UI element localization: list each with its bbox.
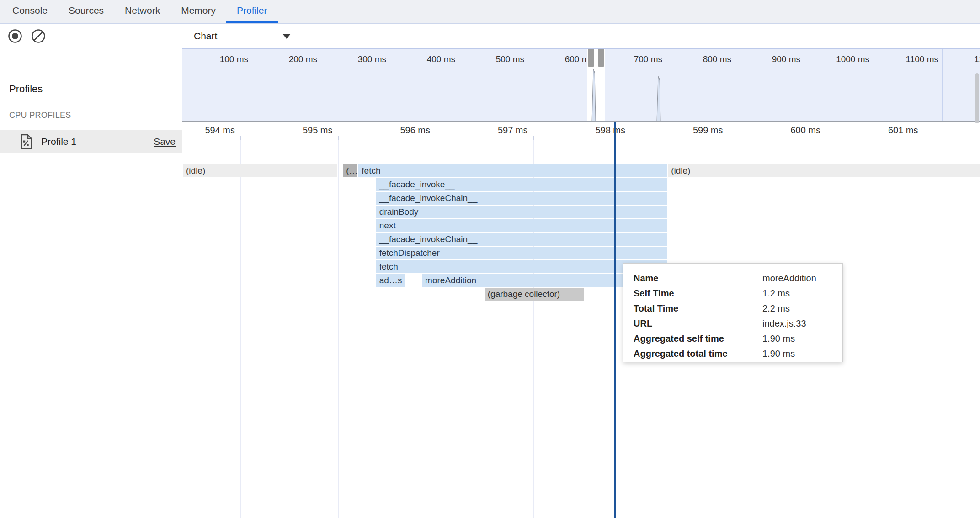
profiler-main-panel: Chart 100 ms200 ms300 ms400 ms500 ms600 … [182,24,980,518]
flame-tick-label: 598 ms [566,125,625,136]
cpu-activity-spikes [182,49,980,122]
flame-tick-mark [533,136,534,140]
tooltip-row: NamemoreAddition [634,271,832,286]
flame-tick-label: 595 ms [273,125,333,136]
tab-sources[interactable]: Sources [58,0,114,23]
main-toolbar: Chart [182,24,980,48]
flame-tick-label: 600 ms [761,125,820,136]
flame-block--idle-[interactable]: (idle) [183,164,337,177]
devtools-tabbar: ConsoleSourcesNetworkMemoryProfiler [0,0,980,24]
recording-overview[interactable]: 100 ms200 ms300 ms400 ms500 ms600 ms700 … [182,48,980,122]
flame-tick-label: 596 ms [371,125,430,136]
flame-tick-mark [924,136,924,140]
flame-block--facade-invoke-[interactable]: __facade_invoke__ [376,178,667,191]
flame-tick-label: 594 ms [182,125,235,136]
record-button[interactable] [6,27,24,45]
frame-details-tooltip: NamemoreAdditionSelf Time1.2 msTotal Tim… [623,263,843,362]
flame-tick-mark [240,136,241,140]
tooltip-row: Aggregated self time1.90 ms [634,331,832,346]
profile-name: Profile 1 [41,136,154,147]
flame-block-fetchdispatcher[interactable]: fetchDispatcher [376,247,667,259]
tooltip-row-label: Name [634,273,762,284]
tooltip-row: Self Time1.2 ms [634,286,832,301]
tab-console[interactable]: Console [2,0,58,23]
flame-block-ad-s[interactable]: ad…s [376,274,405,287]
flame-tick-label: 599 ms [664,125,723,136]
save-profile-link[interactable]: Save [154,136,176,147]
flame-tick-mark [631,136,631,140]
tooltip-row-label: Self Time [634,288,762,299]
tooltip-row-label: URL [634,318,762,329]
view-mode-value: Chart [194,31,217,42]
flame-block-fetch[interactable]: fetch [358,164,667,177]
tooltip-row-value: 1.90 ms [762,333,795,344]
selection-handle-right[interactable] [598,49,604,67]
profile-document-icon [20,134,33,149]
tooltip-row: Aggregated total time1.90 ms [634,346,832,361]
flame-gridline [338,140,339,518]
flame-block-moreaddition[interactable]: moreAddition [422,274,630,287]
playhead-marker-line [614,122,616,518]
tooltip-row-value: 2.2 ms [762,303,790,314]
flame-gridline [240,140,241,518]
tooltip-row: URLindex.js:33 [634,316,832,331]
sidebar-toolbar [0,25,182,48]
profiler-sidebar: Profiles CPU PROFILES Profile 1 Save [0,24,182,518]
selection-handle-left[interactable] [588,49,594,67]
flame-chart: (idle)(…fetch(idle)__facade_invoke____fa… [182,140,980,518]
tooltip-row-value: index.js:33 [762,318,806,329]
flame-block--facade-invokechain-[interactable]: __facade_invokeChain__ [376,192,667,205]
flame-tick-mark [826,136,826,140]
flame-block-drainbody[interactable]: drainBody [376,206,667,218]
chevron-down-icon [282,34,291,39]
flame-tick-mark [338,136,339,140]
vertical-scrollbar-thumb[interactable] [975,73,979,123]
sidebar-item-profile-1[interactable]: Profile 1 Save [0,130,182,153]
flame-gridline [924,140,924,518]
devtools-window: ConsoleSourcesNetworkMemoryProfiler Prof… [0,0,980,518]
tooltip-row-value: moreAddition [762,273,816,284]
flame-tick-mark [436,136,436,140]
flame-block--garbage-collector-[interactable]: (garbage collector) [485,288,584,301]
clear-button[interactable] [30,27,47,45]
tab-memory[interactable]: Memory [170,0,226,23]
cpu-profiles-section-label: CPU PROFILES [9,111,71,120]
flame-block--facade-invokechain-[interactable]: __facade_invokeChain__ [376,233,667,246]
flame-block--[interactable]: (… [343,164,357,177]
flame-block-next[interactable]: next [376,219,667,232]
tooltip-row-value: 1.2 ms [762,288,790,299]
flame-tick-mark [729,136,729,140]
tab-network[interactable]: Network [114,0,170,23]
flame-chart-ruler: 594 ms595 ms596 ms597 ms598 ms599 ms600 … [182,122,980,140]
tooltip-row-label: Total Time [634,303,762,314]
record-icon [7,28,23,44]
tooltip-row-value: 1.90 ms [762,349,795,359]
clear-icon [30,28,47,44]
tooltip-row-label: Aggregated self time [634,333,762,344]
tab-profiler[interactable]: Profiler [226,0,278,23]
view-mode-dropdown[interactable]: Chart [194,24,292,48]
tooltip-row-label: Aggregated total time [634,349,762,359]
flame-tick-label: 597 ms [469,125,528,136]
flame-block--idle-[interactable]: (idle) [668,164,980,177]
flame-tick-label: 601 ms [859,125,918,136]
profiles-heading: Profiles [9,83,43,95]
tooltip-row: Total Time2.2 ms [634,301,832,316]
